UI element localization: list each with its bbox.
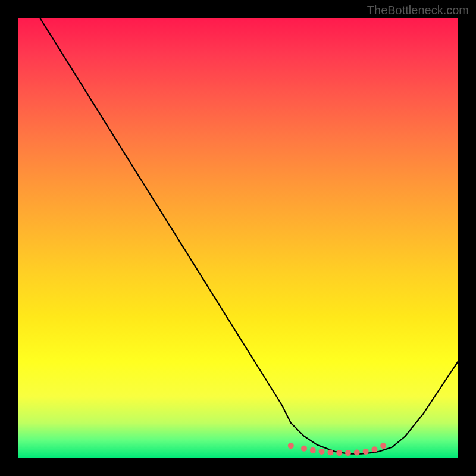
marker-dot: [380, 443, 386, 449]
plot-area: [18, 18, 458, 458]
chart-container: TheBottleneck.com: [0, 0, 476, 476]
curve-svg: [18, 18, 458, 458]
marker-dot: [301, 446, 307, 452]
marker-dot: [354, 449, 360, 455]
bottleneck-curve: [40, 18, 458, 454]
watermark-text: TheBottleneck.com: [367, 4, 469, 17]
marker-dot: [310, 447, 316, 453]
marker-dot: [345, 450, 351, 456]
marker-dot: [336, 450, 342, 456]
marker-dot: [288, 443, 294, 449]
marker-dot: [363, 449, 369, 455]
marker-dot: [327, 449, 333, 455]
marker-dot: [319, 449, 325, 455]
marker-dot: [371, 446, 377, 452]
optimal-range-markers: [288, 443, 386, 456]
